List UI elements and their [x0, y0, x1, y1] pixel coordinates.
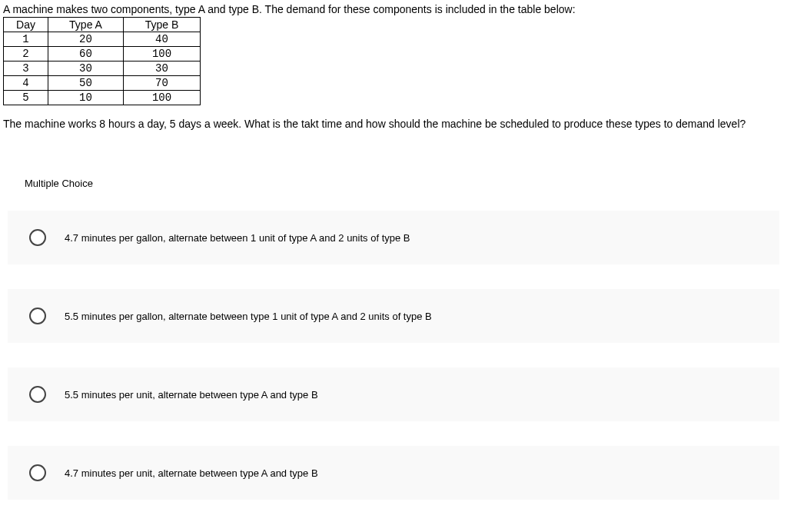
cell-type-a: 60	[48, 47, 124, 62]
choice-text: 5.5 minutes per unit, alternate between …	[65, 389, 318, 401]
radio-icon[interactable]	[29, 229, 46, 246]
multiple-choice-label: Multiple Choice	[25, 178, 784, 189]
cell-day: 4	[4, 76, 48, 91]
cell-day: 1	[4, 32, 48, 47]
radio-icon[interactable]	[29, 464, 46, 481]
question-followup: The machine works 8 hours a day, 5 days …	[3, 116, 784, 131]
table-row: 3 30 30	[4, 62, 201, 76]
choice-option[interactable]: 5.5 minutes per gallon, alternate betwee…	[8, 289, 779, 343]
choice-text: 4.7 minutes per gallon, alternate betwee…	[65, 232, 410, 244]
table-header-type-b: Type B	[124, 18, 201, 32]
cell-type-a: 30	[48, 62, 124, 76]
table-row: 4 50 70	[4, 76, 201, 91]
radio-icon[interactable]	[29, 386, 46, 403]
choice-text: 5.5 minutes per gallon, alternate betwee…	[65, 311, 432, 322]
choice-text: 4.7 minutes per unit, alternate between …	[65, 467, 318, 479]
table-header-day: Day	[4, 18, 48, 32]
cell-day: 5	[4, 91, 48, 105]
cell-type-a: 10	[48, 91, 124, 105]
table-row: 5 10 100	[4, 91, 201, 105]
cell-type-b: 70	[124, 76, 201, 91]
table-row: 2 60 100	[4, 47, 201, 62]
cell-type-b: 30	[124, 62, 201, 76]
choices-container: 4.7 minutes per gallon, alternate betwee…	[3, 211, 784, 500]
question-intro: A machine makes two components, type A a…	[3, 3, 784, 15]
choice-option[interactable]: 5.5 minutes per unit, alternate between …	[8, 367, 779, 421]
radio-icon[interactable]	[29, 308, 46, 324]
table-header-type-a: Type A	[48, 18, 124, 32]
cell-day: 2	[4, 47, 48, 62]
cell-type-a: 20	[48, 32, 124, 47]
cell-type-a: 50	[48, 76, 124, 91]
choice-option[interactable]: 4.7 minutes per unit, alternate between …	[8, 446, 779, 500]
cell-type-b: 40	[124, 32, 201, 47]
cell-type-b: 100	[124, 91, 201, 105]
choice-option[interactable]: 4.7 minutes per gallon, alternate betwee…	[8, 211, 779, 264]
cell-day: 3	[4, 62, 48, 76]
demand-table: Day Type A Type B 1 20 40 2 60 100 3 30 …	[3, 17, 201, 105]
table-row: 1 20 40	[4, 32, 201, 47]
cell-type-b: 100	[124, 47, 201, 62]
